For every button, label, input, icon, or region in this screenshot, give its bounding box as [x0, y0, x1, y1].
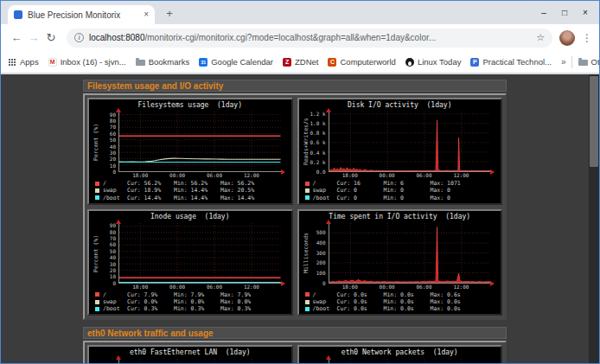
bookmark-gmail-inbox[interactable]: M Inbox (16) - sjvn...	[48, 57, 126, 67]
legend-swatch-icon	[95, 195, 99, 200]
bookmark-computerworld[interactable]: C Computerworld	[328, 57, 395, 67]
plot-area: 18:0000:0006:0012:00	[118, 223, 281, 284]
scrollbar-thumb[interactable]	[590, 76, 598, 167]
y-tick-label: 10	[110, 274, 116, 279]
legend-row: /Cur: 16Min: 6Max: 1071	[305, 180, 499, 187]
legend-label: swap	[103, 187, 127, 194]
url-text[interactable]: localhost:8080/monitorix-cgi/monitorix.c…	[89, 33, 531, 42]
y-axis-ticks: 9080706050403020100	[100, 223, 118, 284]
zdnet-icon: Z	[283, 58, 291, 67]
legend-max: Max: 0	[431, 195, 477, 201]
x-tick-label: 12:00	[453, 284, 469, 291]
legend-min: Min: 0.0s	[384, 291, 431, 298]
browser-tab[interactable]: Blue Precision Monitorix ×	[8, 5, 155, 24]
legend-row: /bootCur: 0.3%Min: 0.3%Max: 0.3%	[95, 305, 289, 312]
y-tick-label: 40	[110, 255, 116, 260]
address-bar[interactable]: i localhost:8080/monitorix-cgi/monitorix…	[67, 29, 552, 48]
y-axis-ticks: 9080706050403020100	[100, 112, 118, 172]
legend-max: Max: 7.9%	[220, 291, 267, 298]
y-axis-arrow-icon	[326, 355, 331, 360]
x-axis-arrow-icon	[490, 169, 495, 175]
legend-max: Max: 0	[431, 187, 477, 194]
legend-cur: Cur: 0.0s	[337, 291, 384, 298]
legend-cur: Cur: 56.2%	[127, 180, 174, 187]
legend-min: Min: 56.2%	[174, 180, 220, 187]
bookmarks-overflow-icon[interactable]: »	[561, 57, 566, 67]
y-axis-arrow-icon	[116, 108, 121, 112]
graph-eth0-traffic[interactable]: eth0 FastEthernet LAN (1day)1.0	[87, 345, 293, 363]
computerworld-icon: C	[328, 58, 336, 67]
bookmark-bookmarks-folder[interactable]: Bookmarks	[136, 57, 190, 67]
bookmark-google-calendar[interactable]: 31 Google Calendar	[199, 57, 273, 67]
page-content: Filesystem usage and I/O activity Filesy…	[1, 74, 589, 363]
y-axis-arrow-icon	[326, 108, 331, 112]
reload-icon[interactable]: ↻	[42, 31, 60, 44]
forward-icon[interactable]: →	[25, 31, 42, 44]
legend-row: swapCur: 0.0sMin: 0.0sMax: 0.0s	[305, 298, 499, 305]
x-tick-label: 18:00	[342, 172, 358, 179]
graph-inode-usage[interactable]: Inode usage (1day)Percent (%)90807060504…	[87, 209, 293, 316]
bookmark-linux-today[interactable]: Linux Today	[405, 57, 462, 67]
legend-max: Max: 0.6s	[431, 291, 477, 298]
bookmark-apps[interactable]: Apps	[8, 57, 39, 67]
legend-max: Max: 0.0s	[431, 298, 477, 305]
y-tick-label: 30	[110, 150, 116, 156]
legend-label: /boot	[313, 305, 337, 312]
series-/	[329, 120, 491, 171]
profile-avatar[interactable]	[559, 30, 575, 46]
bookmark-zdnet[interactable]: Z ZDNet	[283, 57, 318, 67]
legend-swatch-icon	[305, 300, 310, 304]
x-axis-arrow-icon	[281, 281, 285, 286]
y-tick-label: 40	[110, 144, 116, 150]
minimize-button[interactable]: –	[533, 8, 554, 18]
legend-label: /boot	[313, 195, 337, 201]
page-info-icon[interactable]: i	[74, 33, 84, 42]
legend-cur: Cur: 18.9%	[127, 187, 174, 194]
tab-close-icon[interactable]: ×	[144, 10, 149, 19]
back-icon[interactable]: ←	[8, 31, 25, 44]
legend-row: /Cur: 0.0sMin: 0.0sMax: 0.6s	[305, 291, 499, 298]
legend-cur: Cur: 0	[337, 195, 384, 201]
legend-row: /bootCur: 14.4%Min: 14.4%Max: 14.4%	[95, 194, 289, 201]
graph-disk-io-activity[interactable]: Disk I/O activity (1day)Reads+Writes/s1.…	[297, 98, 503, 205]
legend-cur: Cur: 0.0s	[337, 305, 384, 312]
plot-area: 18:0000:0006:0012:00	[329, 112, 491, 172]
y-tick-label: 60	[110, 242, 116, 247]
legend-label: /	[103, 291, 127, 298]
page-scrollbar[interactable]	[589, 74, 599, 363]
menu-icon[interactable]: ⋮	[582, 32, 592, 44]
other-bookmarks-button[interactable]: Other bookmarks	[591, 57, 600, 67]
bookmark-label: ZDNet	[295, 57, 318, 67]
section-title: eth0 Network traffic and usage	[83, 327, 507, 339]
x-tick-label: 18:00	[132, 172, 148, 179]
legend-swatch-icon	[95, 182, 99, 186]
bookmark-label: Apps	[20, 57, 39, 67]
y-tick-label: 500	[316, 230, 326, 235]
graph-time-in-io[interactable]: Time spent in I/O activity (1day)Millise…	[297, 209, 503, 316]
y-tick-label: 0	[112, 169, 116, 175]
calendar-icon: 31	[199, 58, 207, 67]
close-button[interactable]: ×	[575, 8, 596, 18]
maximize-button[interactable]: □	[554, 8, 575, 18]
browser-toolbar: ← → ↻ i localhost:8080/monitorix-cgi/mon…	[1, 24, 599, 51]
legend-cur: Cur: 0.3%	[127, 305, 174, 312]
graph-eth0-packets[interactable]: eth0 Network packets (1day)1.0	[297, 345, 503, 363]
plot-area	[329, 359, 491, 363]
y-axis-label	[302, 359, 310, 363]
legend-swatch-icon	[95, 307, 99, 311]
graph-title: Time spent in I/O activity (1day)	[302, 213, 499, 221]
bookmark-practical-technology[interactable]: P Practical Technol...	[470, 57, 552, 67]
y-tick-label: 20	[110, 156, 116, 162]
x-axis-arrow-icon	[281, 169, 285, 175]
legend-cur: Cur: 16	[337, 180, 384, 187]
graph-title: eth0 Network packets (1day)	[302, 348, 499, 357]
legend-cur: Cur: 0.0s	[337, 298, 384, 305]
bookmark-star-icon[interactable]: ☆	[536, 32, 545, 43]
y-tick-label: 90	[110, 112, 116, 118]
legend-min: Min: 7.9%	[174, 291, 220, 298]
legend-cur: Cur: 14.4%	[127, 195, 174, 201]
legend-label: /	[313, 291, 337, 298]
y-tick-label: 60	[110, 131, 116, 137]
new-tab-button[interactable]: +	[162, 6, 177, 22]
graph-filesystems-usage[interactable]: Filesystems usage (1day)Percent (%)90807…	[87, 98, 293, 205]
